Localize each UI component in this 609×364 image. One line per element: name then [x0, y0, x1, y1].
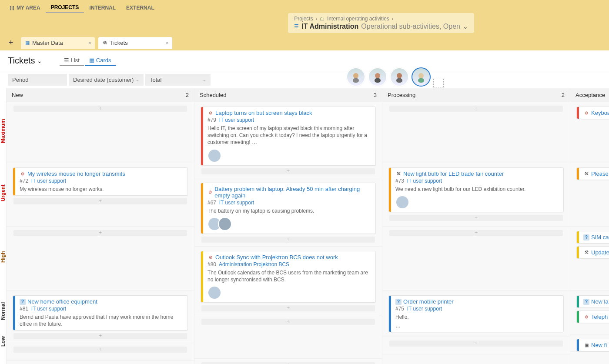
avatar-icon[interactable]	[207, 149, 221, 163]
chevron-right-icon: ›	[392, 17, 393, 21]
view-switch: ☰ List ▦ Cards	[60, 55, 116, 66]
nav-tab-internal[interactable]: INTERNAL	[84, 3, 121, 13]
lane-count: 2	[186, 92, 189, 98]
lane-count: 3	[374, 92, 377, 98]
breadcrumb-path: Projects › 🗀 Internal operating activiti…	[294, 16, 468, 22]
add-card-button[interactable]: +	[13, 230, 187, 236]
close-icon[interactable]: ×	[165, 40, 169, 46]
breadcrumb-title-row[interactable]: ☰ IT Administration Operational sub-acti…	[294, 23, 468, 30]
card-newfi[interactable]: ▣New fi	[576, 339, 609, 351]
project-link[interactable]: IT user support	[31, 306, 66, 312]
error-icon: ⊘	[207, 254, 214, 260]
project-link[interactable]: IT user support	[219, 200, 254, 206]
add-card-button[interactable]: +	[389, 230, 563, 236]
task-icon: ▣	[583, 342, 589, 348]
nav-tab-external[interactable]: EXTERNAL	[121, 3, 160, 13]
card-79[interactable]: ⊘Laptop turns on but screen stays black …	[201, 107, 376, 166]
folder-icon: 🗀	[320, 16, 325, 21]
card-teleph[interactable]: ⊘Teleph	[576, 311, 609, 323]
svg-point-6	[418, 73, 424, 78]
add-card-button[interactable]: +	[201, 319, 375, 325]
lane-title: New	[12, 92, 23, 98]
exclaim-icon: ⫿⫿	[10, 5, 15, 11]
svg-point-4	[397, 73, 402, 78]
filter-total[interactable]: Total ⌄	[145, 74, 211, 86]
add-card-button[interactable]: +	[389, 215, 563, 221]
view-list-button[interactable]: ☰ List	[60, 55, 84, 66]
add-card-button[interactable]: +	[201, 362, 375, 364]
wrench-icon: 🛠	[583, 250, 589, 256]
card-assignees	[207, 149, 371, 163]
breadcrumb-projects[interactable]: Projects	[294, 16, 313, 22]
wrench-icon: 🛠	[103, 40, 107, 45]
add-card-button[interactable]: +	[201, 168, 375, 174]
document-tabs: + ▦ Master Data × 🛠 Tickets ×	[0, 35, 609, 50]
breadcrumb-internal[interactable]: Internal operating activities	[327, 16, 389, 22]
nav-tab-my-area[interactable]: ⫿⫿ MY AREA	[4, 3, 46, 13]
card-please[interactable]: 🛠Please	[576, 167, 609, 180]
add-card-button[interactable]: +	[389, 106, 563, 112]
add-card-button[interactable]: +	[389, 341, 563, 347]
tab-master-data[interactable]: ▦ Master Data ×	[21, 37, 95, 49]
card-assignees	[207, 286, 371, 300]
filter-desired-date[interactable]: Desired date (customer) ⌄	[69, 74, 144, 86]
close-icon[interactable]: ×	[88, 40, 91, 46]
card-assignees	[207, 217, 371, 231]
card-73[interactable]: 🛠New light bulb for LED trade fair count…	[388, 167, 564, 212]
question-icon: ?	[395, 299, 402, 305]
project-link[interactable]: IT user support	[31, 178, 66, 184]
lane-processing: Processing2 + 🛠New light bulb for LED tr…	[382, 88, 570, 364]
view-cards-button[interactable]: ▦ Cards	[85, 55, 116, 66]
error-icon: ⊘	[583, 314, 589, 320]
error-icon: ⊘	[20, 171, 26, 177]
card-80[interactable]: ⊘Outlook Sync with Projektron BCS does n…	[201, 251, 376, 303]
svg-rect-1	[353, 78, 359, 83]
card-81[interactable]: ?New home office equipment #81 IT user s…	[13, 295, 188, 331]
breadcrumb: Projects › 🗀 Internal operating activiti…	[288, 13, 474, 33]
question-icon: ?	[583, 299, 589, 305]
error-icon: ⊘	[207, 189, 213, 195]
list-icon: ☰	[294, 23, 299, 30]
page-title[interactable]: Tickets ⌄	[8, 56, 42, 66]
add-card-button[interactable]: +	[201, 305, 375, 311]
chevron-right-icon: ›	[316, 17, 317, 21]
prio-maximum: Maximum	[0, 100, 6, 161]
lane-title: Acceptance	[576, 92, 605, 98]
project-link[interactable]: IT user support	[407, 306, 442, 312]
prio-normal: Normal	[0, 289, 6, 333]
card-newla[interactable]: ?New la	[576, 295, 609, 308]
cards-icon: ▦	[89, 57, 94, 63]
project-link[interactable]: IT user support	[407, 178, 442, 184]
card-update[interactable]: 🛠Update	[576, 246, 609, 259]
svg-rect-3	[375, 78, 381, 83]
filter-period[interactable]: Period	[8, 74, 67, 86]
tab-tickets[interactable]: 🛠 Tickets ×	[98, 37, 172, 49]
add-card-button[interactable]: +	[13, 347, 187, 353]
chevron-down-icon: ⌄	[203, 77, 206, 82]
project-link[interactable]: IT user support	[219, 117, 254, 123]
card-keyboard[interactable]: ⊘Keyboa	[576, 107, 609, 119]
question-icon: ?	[583, 234, 589, 240]
avatar-icon[interactable]	[207, 286, 221, 300]
board: Maximum Urgent High Normal Low New2 + ⊘M…	[0, 88, 609, 364]
wrench-icon: 🛠	[395, 171, 402, 177]
card-75[interactable]: ?Order mobile printer #75 IT user suppor…	[388, 295, 564, 332]
avatar-icon[interactable]	[218, 217, 232, 231]
add-tab-button[interactable]: +	[4, 38, 17, 47]
card-sim[interactable]: ?SIM ca	[576, 231, 609, 244]
card-67[interactable]: ⊘Battery problem with laptop: Already 50…	[201, 183, 376, 234]
card-72[interactable]: ⊘My wireless mouse no longer transmits #…	[13, 167, 188, 196]
lane-title: Processing	[388, 92, 415, 98]
prio-urgent: Urgent	[0, 161, 6, 225]
svg-rect-7	[418, 78, 424, 83]
svg-point-2	[375, 73, 380, 78]
add-card-button[interactable]: +	[201, 237, 375, 243]
add-card-button[interactable]: +	[13, 106, 187, 112]
top-nav-tabs: ⫿⫿ MY AREA PROJECTS INTERNAL EXTERNAL	[0, 0, 609, 13]
add-card-button[interactable]: +	[13, 198, 187, 204]
add-card-button[interactable]: +	[13, 333, 187, 339]
prio-high: High	[0, 225, 6, 289]
nav-tab-projects[interactable]: PROJECTS	[46, 3, 84, 13]
project-link[interactable]: Administration Projektron BCS	[219, 261, 289, 267]
avatar-icon[interactable]	[395, 195, 409, 209]
